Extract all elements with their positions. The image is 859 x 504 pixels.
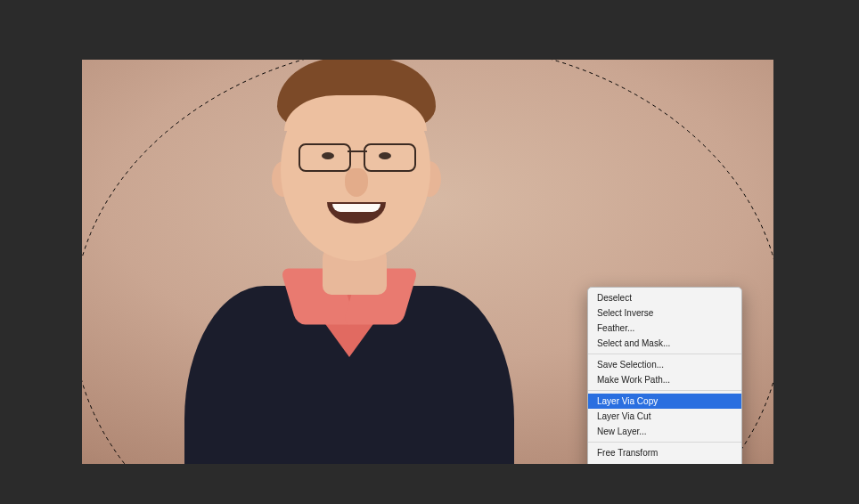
menu-item-save-selection[interactable]: Save Selection... [588, 357, 741, 372]
menu-item-free-transform[interactable]: Free Transform [588, 445, 741, 460]
menu-item-layer-via-copy[interactable]: Layer Via Copy [588, 394, 741, 409]
menu-item-deselect[interactable]: Deselect [588, 290, 741, 305]
sweater: ♞ [184, 286, 514, 464]
menu-item-transform-selection[interactable]: Transform Selection [588, 460, 741, 464]
menu-item-select-and-mask[interactable]: Select and Mask... [588, 336, 741, 351]
menu-item-layer-via-cut[interactable]: Layer Via Cut [588, 409, 741, 424]
photo-subject: ♞ [184, 81, 514, 464]
menu-item-new-layer[interactable]: New Layer... [588, 424, 741, 439]
image-canvas[interactable]: ♞ DeselectSelect InverseFeather...Select… [82, 60, 773, 464]
menu-item-make-work-path[interactable]: Make Work Path... [588, 372, 741, 387]
context-menu[interactable]: DeselectSelect InverseFeather...Select a… [587, 287, 742, 464]
menu-item-select-inverse[interactable]: Select Inverse [588, 305, 741, 321]
menu-item-feather[interactable]: Feather... [588, 321, 741, 336]
glasses-icon [299, 143, 416, 168]
